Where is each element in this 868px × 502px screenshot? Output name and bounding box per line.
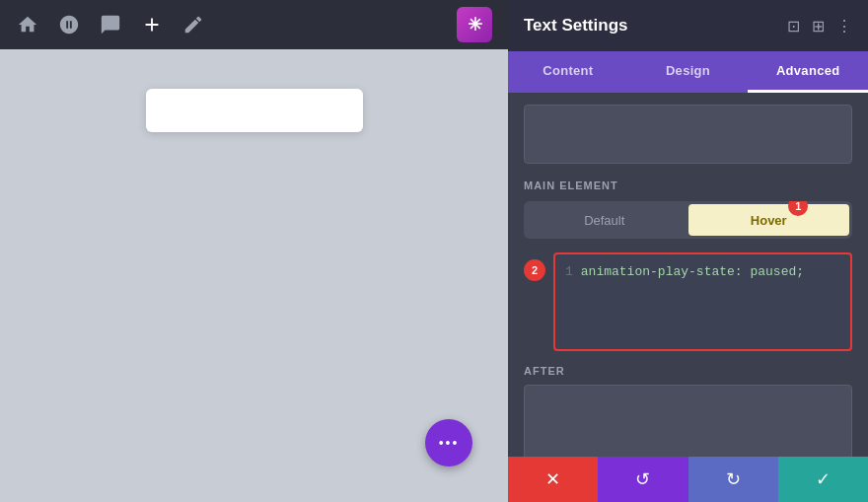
settings-panel: Text Settings ⊡ ⊞ ⋮ Content Design Advan… (508, 0, 868, 502)
panel-header: Text Settings ⊡ ⊞ ⋮ (508, 0, 868, 51)
toggle-hover[interactable]: Hover 1 (688, 204, 850, 236)
panel-title: Text Settings (524, 16, 627, 36)
hover-badge: 1 (788, 201, 808, 216)
more-options-icon[interactable]: ⋮ (836, 17, 852, 36)
after-label: After (524, 365, 852, 377)
cancel-icon: ✕ (545, 468, 560, 490)
tabs: Content Design Advanced (508, 51, 868, 93)
code-editor[interactable]: 1 animation-play-state: paused; (553, 252, 852, 351)
resize-icon[interactable]: ⊡ (787, 17, 800, 36)
home-icon[interactable] (16, 13, 39, 36)
cancel-button[interactable]: ✕ (508, 457, 598, 502)
code-content: animation-play-state: paused; (581, 264, 804, 279)
canvas-content: ••• (0, 49, 508, 502)
divi-logo[interactable]: ✳ (457, 7, 492, 42)
toggle-group: Default Hover 1 (524, 201, 852, 239)
after-textarea[interactable] (524, 385, 852, 457)
tab-design[interactable]: Design (628, 51, 749, 93)
dashboard-icon[interactable] (57, 13, 81, 36)
edit-icon[interactable] (181, 13, 205, 36)
panel-header-icons: ⊡ ⊞ ⋮ (787, 17, 852, 36)
layout-icon[interactable]: ⊞ (812, 17, 825, 36)
reset-button[interactable]: ↺ (598, 457, 687, 502)
fab-icon: ••• (439, 435, 460, 451)
feedback-icon[interactable] (99, 13, 122, 36)
line-number: 1 (565, 264, 573, 279)
code-editor-wrapper: 2 1 animation-play-state: paused; (553, 252, 852, 351)
tab-content[interactable]: Content (508, 51, 628, 93)
confirm-button[interactable]: ✓ (778, 457, 868, 502)
confirm-icon: ✓ (816, 468, 831, 490)
redo-icon: ↻ (726, 468, 741, 490)
action-bar: ✕ ↺ ↻ ✓ (508, 457, 868, 502)
panel-body: Main Element Default Hover 1 2 1 animati… (508, 93, 868, 457)
tab-advanced[interactable]: Advanced (748, 51, 868, 93)
css-textarea-top[interactable] (524, 105, 852, 164)
canvas-area: ✳ ••• (0, 0, 508, 502)
code-editor-badge: 2 (524, 259, 545, 281)
toggle-default[interactable]: Default (524, 201, 686, 239)
add-icon[interactable] (140, 13, 164, 36)
reset-icon: ↺ (635, 468, 650, 490)
floating-action-button[interactable]: ••• (425, 419, 472, 466)
toolbar: ✳ (0, 0, 508, 49)
redo-button[interactable]: ↻ (688, 457, 778, 502)
text-block (146, 89, 363, 132)
main-element-label: Main Element (524, 179, 852, 191)
code-line-1: 1 animation-play-state: paused; (565, 264, 840, 279)
